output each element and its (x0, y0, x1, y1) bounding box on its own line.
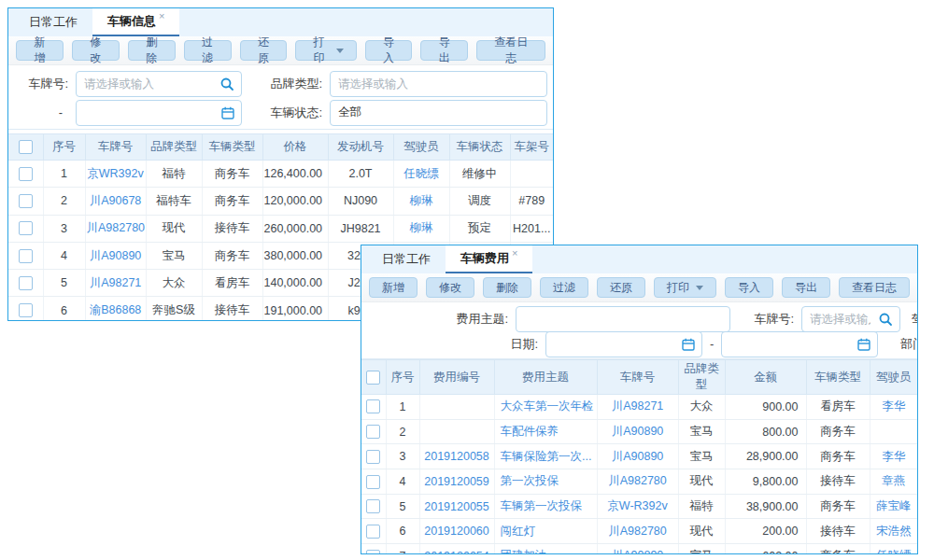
cell-plate[interactable]: 川A90890 (597, 419, 678, 444)
subject-filter-input[interactable] (517, 313, 729, 326)
cell-plate[interactable]: 京WR392v (85, 161, 146, 188)
date-from-input[interactable] (546, 338, 682, 351)
export-button[interactable]: 导出 (782, 277, 830, 298)
row-checkbox[interactable] (19, 249, 33, 263)
cell-plate[interactable]: 川A90678 (85, 188, 146, 215)
cell-plate[interactable]: 川A982780 (597, 519, 678, 544)
calendar-icon[interactable] (221, 106, 234, 119)
close-icon[interactable]: × (512, 247, 517, 259)
view-log-button[interactable]: 查看日志 (839, 277, 910, 298)
brand-filter-input[interactable] (331, 77, 546, 91)
cell-plate[interactable]: 京W-R392v (597, 494, 678, 519)
filter-button[interactable]: 过滤 (184, 40, 232, 61)
cell-expense-code[interactable]: 2019120059 (419, 469, 494, 495)
cell-vehicle-type: 商务车 (202, 188, 262, 215)
row-checkbox[interactable] (366, 550, 380, 554)
cell-expense-subject[interactable]: 车辆第一次投保 (494, 494, 597, 519)
cell-expense-subject[interactable]: 闯红灯 (494, 519, 597, 544)
tab-daily-work[interactable]: 日常工作 (14, 8, 92, 36)
cell-driver[interactable]: 薛宝峰 (870, 494, 917, 519)
add-button[interactable]: 新增 (369, 277, 417, 298)
cell-plate[interactable]: 川A98271 (597, 395, 678, 420)
cell-expense-code[interactable]: 2019120054 (419, 544, 494, 554)
tab-daily-work[interactable]: 日常工作 (367, 245, 446, 273)
tab-vehicle-info[interactable]: 车辆信息 × (92, 8, 179, 36)
cell-expense-subject[interactable]: 车辆保险第一次... (494, 444, 597, 469)
row-checkbox[interactable] (19, 276, 33, 290)
cell-driver[interactable]: 李华 (870, 395, 917, 420)
header-no: 序号 (386, 360, 419, 395)
restore-button[interactable]: 还原 (597, 277, 645, 298)
search-icon[interactable] (878, 312, 893, 327)
cell-plate[interactable]: 川A982780 (85, 215, 146, 242)
cell-expense-code (419, 395, 494, 420)
modify-button[interactable]: 修改 (72, 40, 120, 61)
row-checkbox[interactable] (366, 475, 380, 489)
row-checkbox[interactable] (19, 221, 33, 235)
date-filter-input[interactable] (77, 106, 221, 119)
cell-driver[interactable]: 宋浩然 (870, 519, 917, 544)
cell-driver[interactable]: 柳琳 (393, 188, 449, 215)
print-button[interactable]: 打印 (295, 40, 356, 61)
row-checkbox[interactable] (19, 167, 33, 181)
header-price: 价格 (262, 134, 328, 161)
cell-expense-code[interactable]: 2019120055 (419, 494, 494, 519)
row-checkbox[interactable] (366, 450, 380, 464)
tab-vehicle-expense[interactable]: 车辆费用 × (446, 245, 532, 273)
cell-driver[interactable]: 章燕 (870, 469, 917, 495)
cell-vehicle-type: 商务车 (806, 544, 870, 554)
cell-brand: 宝马 (678, 544, 725, 554)
row-checkbox[interactable] (366, 525, 380, 539)
delete-button[interactable]: 删除 (128, 40, 176, 61)
date-to-input[interactable] (722, 338, 857, 351)
view-log-button[interactable]: 查看日志 (476, 40, 545, 61)
cell-plate[interactable]: 川A90890 (597, 444, 678, 469)
select-all-checkbox[interactable] (19, 140, 33, 154)
import-button[interactable]: 导入 (725, 277, 773, 298)
header-engine: 发动机号 (328, 134, 393, 161)
row-checkbox[interactable] (19, 194, 33, 208)
header-amount: 金额 (725, 360, 806, 395)
cell-plate[interactable]: 川A90890 (85, 242, 146, 269)
restore-button[interactable]: 还原 (240, 40, 288, 61)
close-icon[interactable]: × (159, 10, 164, 21)
delete-button[interactable]: 删除 (483, 277, 531, 298)
cell-driver[interactable]: 任晓缥 (393, 161, 449, 188)
cell-expense-subject[interactable]: 大众车第一次年检 (494, 395, 597, 420)
add-button[interactable]: 新增 (16, 40, 64, 61)
row-checkbox[interactable] (366, 425, 380, 439)
plate-filter-input[interactable] (802, 313, 878, 326)
cell-plate[interactable]: 川A98271 (85, 270, 146, 297)
cell-plate[interactable]: 川A982780 (597, 469, 678, 495)
print-button[interactable]: 打印 (654, 277, 716, 298)
plate-filter-input[interactable] (77, 77, 219, 91)
cell-plate[interactable]: 渝B86868 (85, 297, 146, 321)
cell-plate[interactable]: 川A90890 (597, 544, 678, 554)
table-row: 72019120054团建加油川A90890宝马602.00商务车任晓缥 (361, 544, 917, 554)
cell-expense-subject[interactable]: 团建加油 (494, 544, 597, 554)
cell-expense-subject[interactable]: 第一次投保 (494, 469, 597, 495)
row-checkbox[interactable] (366, 399, 380, 413)
status-select-input[interactable] (331, 106, 546, 119)
export-button[interactable]: 导出 (420, 40, 468, 61)
row-checkbox[interactable] (19, 303, 33, 317)
select-all-checkbox[interactable] (366, 371, 380, 385)
cell-expense-subject[interactable]: 车配件保养 (494, 419, 597, 444)
date-from-box (545, 331, 702, 357)
cell-no: 4 (386, 469, 419, 495)
row-checkbox[interactable] (366, 499, 380, 513)
cell-expense-code[interactable]: 2019120060 (419, 519, 494, 544)
cell-no: 4 (43, 242, 85, 269)
search-icon[interactable] (219, 77, 234, 91)
calendar-icon[interactable] (682, 338, 695, 351)
cell-driver[interactable]: 李华 (870, 444, 917, 469)
import-button[interactable]: 导入 (365, 40, 413, 61)
modify-button[interactable]: 修改 (426, 277, 474, 298)
cell-driver[interactable]: 任晓缥 (870, 544, 917, 554)
cell-no: 1 (386, 395, 419, 420)
cell-driver[interactable]: 柳琳 (393, 215, 449, 242)
filter-button[interactable]: 过滤 (540, 277, 588, 298)
cell-expense-code[interactable]: 2019120058 (419, 444, 494, 469)
calendar-icon[interactable] (857, 338, 870, 351)
header-brand: 品牌类型 (146, 134, 202, 161)
